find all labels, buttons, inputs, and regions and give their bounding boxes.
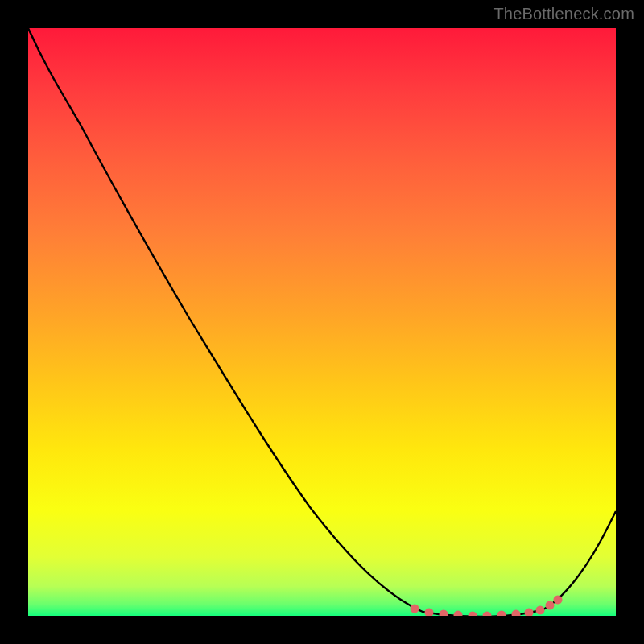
- marker-dot: [440, 610, 448, 617]
- marker-dot: [425, 609, 434, 617]
- plot-area: [28, 28, 616, 616]
- watermark-text: TheBottleneck.com: [493, 5, 634, 23]
- marker-dot: [554, 596, 563, 605]
- marker-dot: [497, 611, 506, 617]
- marker-dot: [512, 610, 521, 617]
- marker-dot: [546, 601, 555, 610]
- marker-dot: [536, 606, 545, 615]
- bottleneck-curve-line: [28, 28, 616, 616]
- marker-group: [411, 596, 563, 617]
- chart-root: TheBottleneck.com: [0, 0, 644, 644]
- marker-dot: [411, 605, 419, 613]
- marker-dot: [483, 612, 492, 617]
- curve-overlay: [28, 28, 616, 616]
- marker-dot: [454, 611, 463, 617]
- marker-dot: [469, 612, 477, 617]
- marker-dot: [525, 609, 534, 617]
